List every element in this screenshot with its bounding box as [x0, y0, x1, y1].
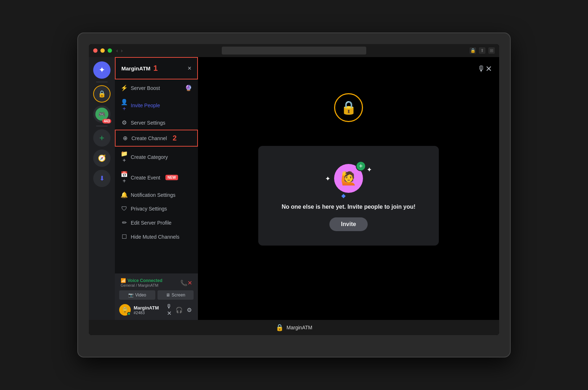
edit-server-profile-item[interactable]: ✏ Edit Server Profile [115, 216, 198, 230]
gear-icon: ⚙ [121, 119, 128, 126]
privacy-settings-left: 🛡 Privacy Settings [121, 205, 167, 212]
header-title-group: MarginATM 1 [121, 64, 158, 73]
step-2-label: 2 [173, 134, 177, 142]
pencil-icon: ✏ [121, 219, 128, 226]
hide-muted-channels-label: Hide Muted Channels [131, 234, 180, 240]
server-rail: ✦ 🔒 🎮 443 + 🧭 ⬇ [89, 57, 115, 320]
url-bar[interactable] [222, 47, 366, 55]
server-group-icon[interactable]: 🎮 443 [93, 105, 111, 123]
discord-home-button[interactable]: ✦ [93, 61, 111, 79]
calendar-icon: 📅+ [121, 171, 128, 184]
laptop-frame: ‹ › 🔒 ⬆ ⊞ ✦ 🔒 🎮 [77, 32, 511, 358]
voice-channel-text: General / MarginATM [121, 283, 162, 287]
rail-divider [96, 82, 108, 82]
shield-icon: 🛡 [121, 205, 128, 212]
voice-status-text: 📶 Voice Connected [121, 278, 162, 283]
notification-settings-left: 🔔 Notification Settings [121, 191, 176, 198]
avatar: 🔒 [119, 304, 131, 316]
explore-button[interactable]: 🧭 [93, 150, 111, 167]
compass-icon: 🧭 [98, 154, 106, 162]
boost-icon: ⚡ [121, 84, 128, 91]
folder-plus-icon: 📁+ [121, 150, 128, 164]
create-event-left: 📅+ Create Event NEW [121, 171, 178, 184]
invite-people-left: 👤+ Invite People [121, 99, 160, 112]
mac-maximize-dot[interactable] [108, 48, 112, 53]
server-boost-label: Server Boost [131, 85, 160, 91]
server-settings-item[interactable]: ⚙ Server Settings [115, 116, 198, 130]
menu-item-list: ⚡ Server Boost 🔮 👤+ Invite People [115, 79, 198, 273]
user-discriminator-text: #2483 [134, 311, 159, 315]
invite-people-item[interactable]: 👤+ Invite People [115, 95, 198, 116]
invite-button[interactable]: Invite [329, 217, 368, 231]
download-button[interactable]: ⬇ [93, 170, 111, 187]
create-category-left: 📁+ Create Category [121, 150, 168, 164]
lock-icon: 🔒 [470, 47, 476, 54]
user-row: 🔒 MarginATM #2483 🎙✕ 🎧 ⚙ [118, 303, 195, 317]
signal-icon: 📶 [121, 278, 126, 283]
user-info: 🔒 MarginATM #2483 [119, 304, 159, 316]
server-lock-icon: 🔒 [98, 90, 106, 98]
taskbar-server-item[interactable]: 🔒 MarginATM [276, 324, 312, 332]
video-button[interactable]: 📷 Video [119, 290, 155, 300]
context-menu-header: MarginATM 1 × [115, 57, 198, 79]
privacy-settings-item[interactable]: 🛡 Privacy Settings [115, 202, 198, 216]
voice-action-buttons: 📷 Video 🖥 Screen [118, 290, 195, 303]
user-settings-button[interactable]: ⚙ [185, 306, 194, 314]
create-channel-item[interactable]: ⊕ Create Channel 2 [115, 130, 198, 147]
main-content-area: 🔒 🎙✕ 🙋 + ✦ ✦ No one else is here yet. In… [198, 57, 499, 320]
user-name-group: MarginATM #2483 [134, 305, 159, 315]
mac-close-dot[interactable] [93, 48, 98, 53]
voice-connected-bar: 📶 Voice Connected General / MarginATM 📞✕ [118, 277, 195, 290]
server-logo-large: 🔒 [334, 93, 363, 122]
taskbar-server-name: MarginATM [286, 325, 312, 330]
create-channel-label: Create Channel [131, 135, 167, 141]
server-settings-label: Server Settings [131, 120, 165, 126]
checkbox-icon: ☐ [121, 233, 128, 240]
edit-server-profile-left: ✏ Edit Server Profile [121, 219, 172, 226]
notification-badge: 443 [102, 119, 111, 124]
forward-icon[interactable]: › [121, 48, 123, 53]
server-name-title: MarginATM [121, 65, 151, 72]
invite-illustration: 🙋 + ✦ ✦ [330, 160, 367, 196]
bell-icon: 🔔 [121, 191, 128, 198]
online-status-dot [127, 312, 131, 316]
server-boost-left: ⚡ Server Boost [121, 84, 160, 91]
deafen-button[interactable]: 🎧 [175, 306, 183, 314]
step-1-label: 1 [154, 64, 158, 73]
taskbar-server-icon: 🔒 [276, 324, 284, 332]
invite-people-label: Invite People [131, 103, 160, 108]
add-channel-icon: ⊕ [121, 135, 129, 142]
user-controls: 🎙✕ 🎧 ⚙ [165, 306, 194, 314]
sparkle-left-icon: ✦ [325, 175, 330, 183]
server-margiatm-icon[interactable]: 🔒 [93, 85, 111, 103]
mute-button[interactable]: 🎙✕ [165, 306, 173, 314]
voice-disconnect-button[interactable]: 📞✕ [180, 280, 192, 286]
username-text: MarginATM [134, 305, 159, 311]
sparkle-right-icon: ✦ [367, 166, 372, 174]
discord-app: ✦ 🔒 🎮 443 + 🧭 ⬇ [89, 57, 499, 320]
invite-message-text: No one else is here yet. Invite people t… [282, 204, 416, 210]
create-category-label: Create Category [131, 154, 168, 160]
screen-icon: 🖥 [166, 292, 170, 298]
hide-muted-channels-item[interactable]: ☐ Hide Muted Channels [115, 230, 198, 244]
notification-settings-item[interactable]: 🔔 Notification Settings [115, 188, 198, 202]
server-settings-left: ⚙ Server Settings [121, 119, 165, 126]
create-category-item[interactable]: 📁+ Create Category [115, 147, 198, 167]
mac-titlebar: ‹ › 🔒 ⬆ ⊞ [89, 44, 499, 57]
server-boost-item[interactable]: ⚡ Server Boost 🔮 [115, 81, 198, 95]
screen-share-button[interactable]: 🖥 Screen [157, 290, 194, 300]
mac-right-controls: 🔒 ⬆ ⊞ [470, 47, 495, 54]
add-server-button[interactable]: + [93, 129, 111, 147]
context-close-button[interactable]: × [187, 65, 191, 72]
mac-minimize-dot[interactable] [100, 48, 105, 53]
create-event-item[interactable]: 📅+ Create Event NEW [115, 167, 198, 188]
back-icon[interactable]: ‹ [116, 48, 118, 53]
mac-window-controls[interactable] [93, 48, 112, 53]
new-badge: NEW [165, 175, 178, 180]
notification-settings-label: Notification Settings [131, 192, 176, 198]
privacy-settings-label: Privacy Settings [131, 206, 167, 212]
taskbar: 🔒 MarginATM [89, 320, 499, 335]
hide-muted-channels-left: ☐ Hide Muted Channels [121, 233, 180, 240]
discord-logo-icon: ✦ [99, 65, 105, 75]
invite-icon: 👤+ [121, 99, 128, 112]
